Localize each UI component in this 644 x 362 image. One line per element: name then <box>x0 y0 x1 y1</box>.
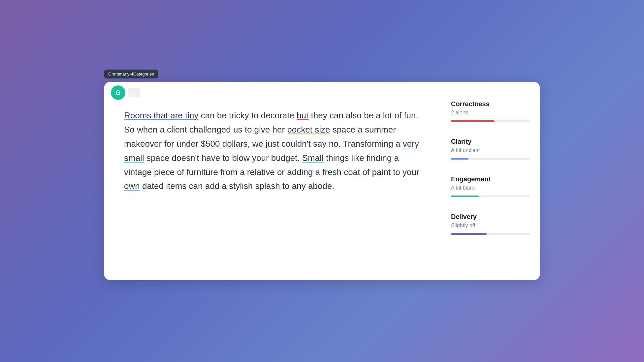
engagement-subtitle: A bit bland <box>451 185 530 191</box>
delivery-title: Delivery <box>451 213 530 221</box>
main-card: Grammarly-4Categories G — Rooms that are… <box>104 82 540 280</box>
correctness-fill <box>451 120 494 122</box>
underline-pocket-size: pocket size <box>287 125 330 135</box>
clarity-subtitle: A bit unclear <box>451 147 530 153</box>
underline-rooms: Rooms that are tiny <box>124 110 198 120</box>
correctness-title: Correctness <box>451 100 530 108</box>
underline-small: Small <box>302 153 324 163</box>
delivery-track <box>451 233 530 235</box>
clarity-fill <box>451 158 468 160</box>
text-area[interactable]: Rooms that are tiny can be tricky to dec… <box>104 82 441 280</box>
grammarly-logo[interactable]: G <box>111 85 125 100</box>
delivery-subtitle: Slightly off <box>451 223 530 228</box>
correctness-track <box>451 120 530 122</box>
underline-dollars: $500 dollars <box>201 139 248 149</box>
sidebar: Correctness 2 alerts Clarity A bit uncle… <box>441 82 540 280</box>
delivery-fill <box>451 233 487 235</box>
main-paragraph: Rooms that are tiny can be tricky to dec… <box>124 108 421 193</box>
grammarly-header: G — <box>111 85 140 100</box>
minimize-icon: — <box>132 90 136 95</box>
underline-own: own <box>124 181 140 191</box>
underline-just: just <box>266 139 279 149</box>
minimize-button[interactable]: — <box>128 88 140 97</box>
correctness-subtitle: 2 alerts <box>451 110 530 116</box>
metric-clarity: Clarity A bit unclear <box>451 138 530 160</box>
grammarly-letter: G <box>115 89 121 97</box>
metric-correctness: Correctness 2 alerts <box>451 100 530 122</box>
engagement-title: Engagement <box>451 175 530 183</box>
tooltip-label: Grammarly-4Categories <box>104 70 158 78</box>
clarity-track <box>451 158 530 160</box>
clarity-title: Clarity <box>451 138 530 145</box>
metric-engagement: Engagement A bit bland <box>451 175 530 197</box>
underline-but: but <box>297 110 308 120</box>
metric-delivery: Delivery Slightly off <box>451 213 530 235</box>
engagement-fill <box>451 196 479 197</box>
engagement-track <box>451 196 530 197</box>
